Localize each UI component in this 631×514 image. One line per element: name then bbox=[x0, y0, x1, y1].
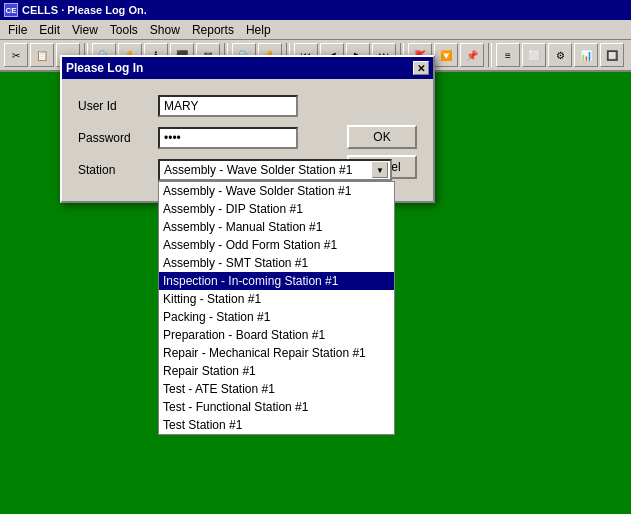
toolbar-btn-2[interactable]: 📋 bbox=[30, 43, 54, 67]
userid-row: User Id bbox=[78, 95, 417, 117]
menu-view[interactable]: View bbox=[66, 21, 104, 39]
dialog-close-button[interactable]: ✕ bbox=[413, 61, 429, 75]
toolbar-btn-d[interactable]: 📊 bbox=[574, 43, 598, 67]
menu-reports[interactable]: Reports bbox=[186, 21, 240, 39]
dropdown-item-9[interactable]: Repair - Mechanical Repair Station #1 bbox=[159, 344, 394, 362]
station-row: Station Assembly - Wave Solder Station #… bbox=[78, 159, 417, 181]
dropdown-item-4[interactable]: Assembly - SMT Station #1 bbox=[159, 254, 394, 272]
menu-tools[interactable]: Tools bbox=[104, 21, 144, 39]
toolbar-btn-b[interactable]: ⬜ bbox=[522, 43, 546, 67]
toolbar-btn-1[interactable]: ✂ bbox=[4, 43, 28, 67]
dialog-content: OK Cancel User Id Password Station Assem… bbox=[62, 79, 433, 201]
title-bar-text: CELLS · Please Log On. bbox=[22, 4, 147, 16]
dropdown-item-3[interactable]: Assembly - Odd Form Station #1 bbox=[159, 236, 394, 254]
toolbar-btn-e[interactable]: 🔲 bbox=[600, 43, 624, 67]
dropdown-item-10[interactable]: Repair Station #1 bbox=[159, 362, 394, 380]
toolbar-sep-5 bbox=[488, 43, 492, 67]
dropdown-item-12[interactable]: Test - Functional Station #1 bbox=[159, 398, 394, 416]
dropdown-item-7[interactable]: Packing - Station #1 bbox=[159, 308, 394, 326]
station-dropdown-list: Assembly - Wave Solder Station #1 Assemb… bbox=[158, 181, 395, 435]
menu-show[interactable]: Show bbox=[144, 21, 186, 39]
title-bar: CE CELLS · Please Log On. bbox=[0, 0, 631, 20]
userid-label: User Id bbox=[78, 99, 158, 113]
app-icon: CE bbox=[4, 3, 18, 17]
menu-file[interactable]: File bbox=[2, 21, 33, 39]
dropdown-arrow-icon[interactable]: ▼ bbox=[372, 162, 388, 178]
ok-button[interactable]: OK bbox=[347, 125, 417, 149]
dialog-title: Please Log In bbox=[66, 61, 143, 75]
dropdown-item-8[interactable]: Preparation - Board Station #1 bbox=[159, 326, 394, 344]
dropdown-item-6[interactable]: Kitting - Station #1 bbox=[159, 290, 394, 308]
toolbar-btn-filter[interactable]: 🔽 bbox=[434, 43, 458, 67]
dropdown-item-5[interactable]: Inspection - In-coming Station #1 bbox=[159, 272, 394, 290]
dropdown-item-13[interactable]: Test Station #1 bbox=[159, 416, 394, 434]
dropdown-item-0[interactable]: Assembly - Wave Solder Station #1 bbox=[159, 182, 394, 200]
dropdown-item-1[interactable]: Assembly - DIP Station #1 bbox=[159, 200, 394, 218]
dropdown-item-2[interactable]: Assembly - Manual Station #1 bbox=[159, 218, 394, 236]
menu-bar: File Edit View Tools Show Reports Help bbox=[0, 20, 631, 40]
menu-help[interactable]: Help bbox=[240, 21, 277, 39]
userid-input[interactable] bbox=[158, 95, 298, 117]
station-label: Station bbox=[78, 163, 158, 177]
station-dropdown[interactable]: Assembly - Wave Solder Station #1 ▼ bbox=[158, 159, 392, 181]
dropdown-item-11[interactable]: Test - ATE Station #1 bbox=[159, 380, 394, 398]
password-input[interactable] bbox=[158, 127, 298, 149]
menu-edit[interactable]: Edit bbox=[33, 21, 66, 39]
toolbar-btn-c[interactable]: ⚙ bbox=[548, 43, 572, 67]
dialog-title-bar: Please Log In ✕ bbox=[62, 57, 433, 79]
login-dialog: Please Log In ✕ OK Cancel User Id Passwo… bbox=[60, 55, 435, 203]
station-dropdown-container: Assembly - Wave Solder Station #1 ▼ Asse… bbox=[158, 159, 392, 181]
station-selected-value: Assembly - Wave Solder Station #1 bbox=[164, 163, 352, 177]
toolbar-btn-a[interactable]: ≡ bbox=[496, 43, 520, 67]
password-label: Password bbox=[78, 131, 158, 145]
toolbar-btn-pin[interactable]: 📌 bbox=[460, 43, 484, 67]
